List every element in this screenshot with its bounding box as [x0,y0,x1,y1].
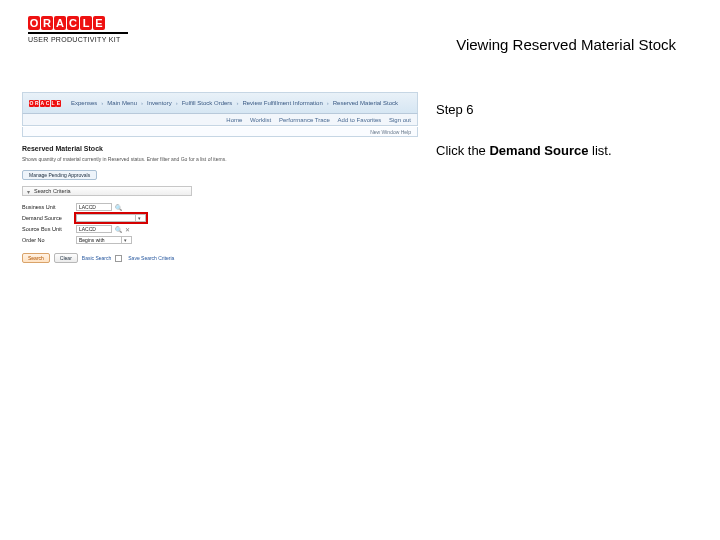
breadcrumb: Expenses› Main Menu› Inventory› Fulfill … [71,100,398,106]
order-no-operator[interactable]: Begins with▾ [76,236,132,244]
instruction-prefix: Click the [436,143,489,158]
breadcrumb-item[interactable]: Fulfill Stock Orders [182,100,233,106]
logo-letter: C [67,16,79,30]
chevron-down-icon: ▾ [27,188,30,195]
breadcrumb-item[interactable]: Inventory [147,100,172,106]
clear-button[interactable]: Clear [54,253,78,263]
lookup-icon[interactable]: 🔍 [115,204,122,211]
label-business-unit: Business Unit [22,204,76,210]
embedded-app-screenshot: ORACLE Expenses› Main Menu› Inventory› F… [22,92,418,520]
instruction-bold: Demand Source [489,143,588,158]
step-label: Step 6 [436,102,700,117]
logo-letter: E [93,16,105,30]
page-title: Viewing Reserved Material Stock [456,36,676,53]
chevron-down-icon: ▾ [135,214,143,222]
sublink-perf[interactable]: Performance Trace [279,117,330,123]
accordion-label: Search Criteria [34,188,71,194]
breadcrumb-item[interactable]: Main Menu [107,100,137,106]
logo-letter: O [28,16,40,30]
lookup-icon[interactable]: 🔍 [115,226,122,233]
app-breadcrumb-bar: ORACLE Expenses› Main Menu› Inventory› F… [22,92,418,114]
demand-source-dropdown[interactable]: ▾ [76,214,146,222]
section-title: Reserved Material Stock [22,145,418,152]
label-demand-source: Demand Source [22,215,76,221]
basic-search-link[interactable]: Basic Search [82,255,111,261]
step-instruction: Click the Demand Source list. [436,143,700,160]
label-order-no: Order No [22,237,76,243]
logo-letter: A [54,16,66,30]
section-desc: Shows quantity of material currently in … [22,156,418,162]
upk-subtitle: USER PRODUCTIVITY KIT [28,36,121,43]
mini-oracle-logo: ORACLE [29,100,61,107]
search-actions: Search Clear Basic Search Save Search Cr… [22,253,418,263]
instruction-panel: Step 6 Click the Demand Source list. [418,92,700,520]
manage-pending-approvals-button[interactable]: Manage Pending Approvals [22,170,97,180]
logo-divider [28,32,128,34]
breadcrumb-item[interactable]: Expenses [71,100,97,106]
sublink-fav[interactable]: Add to Favorites [338,117,382,123]
app-sublink-bar: Home Worklist Performance Trace Add to F… [22,114,418,126]
business-unit-field[interactable]: LACCD [76,203,112,211]
search-button[interactable]: Search [22,253,50,263]
chevron-down-icon: ▾ [121,236,129,244]
sublink-signout[interactable]: Sign out [389,117,411,123]
window-helper-text[interactable]: New Window Help [370,129,411,135]
search-form: Business Unit LACCD 🔍 Demand Source ▾ So… [22,202,418,245]
clear-icon[interactable]: ✕ [125,226,130,233]
instruction-suffix: list. [588,143,611,158]
save-search-link[interactable]: Save Search Criteria [128,255,174,261]
source-bus-unit-field[interactable]: LACCD [76,225,112,233]
save-criteria-checkbox[interactable] [115,255,122,262]
breadcrumb-item[interactable]: Review Fulfillment Information [242,100,322,106]
app-window-links: New Window Help [22,127,418,137]
label-source-bus-unit: Source Bus Unit [22,226,76,232]
logo-letter: L [80,16,92,30]
search-criteria-accordion[interactable]: ▾ Search Criteria [22,186,192,196]
sublink-home[interactable]: Home [226,117,242,123]
oracle-wordmark: O R A C L E [28,16,105,30]
logo-letter: R [41,16,53,30]
breadcrumb-item[interactable]: Reserved Material Stock [333,100,398,106]
sublink-worklist[interactable]: Worklist [250,117,271,123]
